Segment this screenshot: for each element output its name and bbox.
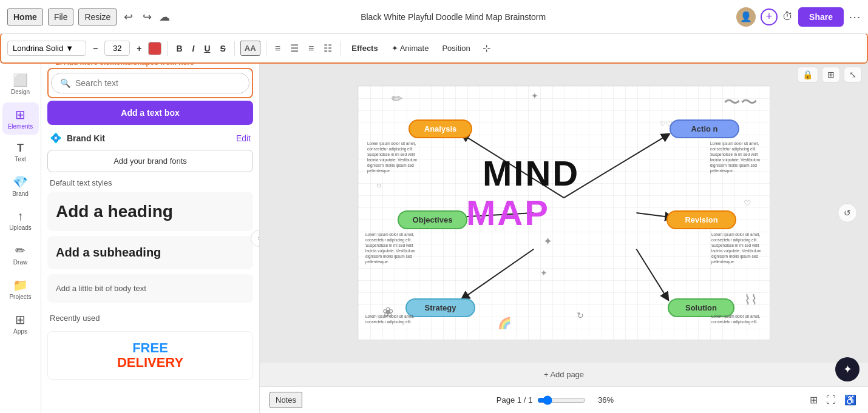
- text-styles-section: Add a heading Add a subheading Add a lit…: [41, 190, 259, 310]
- font-expand-icon: ▼: [66, 44, 73, 53]
- svg-line-5: [636, 249, 666, 298]
- animate-icon: ✦: [392, 44, 398, 53]
- document-title: Black White Playful Doodle Mind Map Brai…: [175, 12, 731, 22]
- position-button[interactable]: Position: [437, 42, 475, 55]
- strikethrough-button[interactable]: S: [217, 42, 229, 55]
- brand-kit-row: 💠 Brand Kit Edit: [41, 129, 259, 147]
- svg-line-4: [464, 249, 534, 298]
- doodle-sparkle3: ✦: [543, 235, 552, 248]
- text-icon: T: [17, 142, 24, 155]
- sidebar-label-apps: Apps: [13, 328, 27, 335]
- revision-node[interactable]: Revision: [666, 210, 736, 229]
- redo-button[interactable]: ↪: [140, 8, 154, 26]
- effects-button[interactable]: Effects: [347, 42, 382, 55]
- design-icon: ⬜: [13, 73, 28, 87]
- actio-node[interactable]: Actio n: [670, 119, 739, 138]
- doodle-circle: ○: [376, 180, 381, 190]
- add-brand-fonts-button[interactable]: Add your brand fonts: [47, 150, 253, 172]
- resize-button[interactable]: Resize: [78, 8, 117, 25]
- doodle-heart: ♡: [744, 198, 751, 208]
- separator-3: [266, 41, 266, 56]
- zoom-percentage: 36%: [591, 395, 614, 405]
- bottom-center: Page 1 / 1 36%: [497, 395, 614, 405]
- search-icon: 🔍: [60, 78, 70, 88]
- sidebar-item-projects[interactable]: 📁 Projects: [2, 273, 39, 305]
- aa-button[interactable]: AA: [240, 41, 260, 56]
- hint-label-2: 2. Add more elements/shapes from here: [53, 63, 197, 67]
- magic-assistant-button[interactable]: ✦: [835, 357, 860, 381]
- sidebar-label-elements: Elements: [8, 123, 33, 130]
- body-style-item[interactable]: Add a little bit of body text: [47, 274, 253, 303]
- expand-icon[interactable]: ⤡: [844, 67, 862, 82]
- undo-button[interactable]: ↩: [121, 8, 135, 26]
- add-text-box-button[interactable]: Add a text box: [47, 101, 253, 125]
- search-bar[interactable]: 🔍: [51, 73, 249, 93]
- toolbar-center: Black White Playful Doodle Mind Map Brai…: [175, 12, 731, 22]
- uploads-icon: ↑: [18, 209, 24, 223]
- recently-used-item[interactable]: FREE DELIVERY: [47, 331, 253, 380]
- objectives-node[interactable]: Objectives: [398, 210, 467, 229]
- sidebar-item-text[interactable]: T Text: [2, 137, 39, 167]
- doodle-wings: ⌇⌇: [744, 292, 758, 308]
- font-name-selector[interactable]: Londrina Solid ▼: [7, 41, 86, 56]
- font-toolbar-hint-border: [0, 33, 868, 64]
- add-page-button[interactable]: + Add page: [537, 368, 591, 381]
- share-button[interactable]: Share: [798, 7, 844, 27]
- mind-text: MIND: [483, 153, 580, 193]
- timer-icon[interactable]: ⏱: [782, 10, 793, 23]
- doodle-heart2: ♡♡: [659, 119, 673, 128]
- add-page-section: + Add page: [260, 363, 868, 386]
- add-collaborator-button[interactable]: +: [761, 8, 778, 25]
- mind-map: MIND MAP Analysis Lorem ipsum dolor sit …: [358, 86, 770, 340]
- font-increase-button[interactable]: +: [134, 42, 144, 55]
- notes-button[interactable]: Notes: [270, 392, 302, 408]
- brand-kit-edit-button[interactable]: Edit: [236, 133, 251, 143]
- sidebar-label-design: Design: [11, 89, 30, 95]
- zoom-slider[interactable]: [537, 395, 586, 405]
- brand-icon: 💎: [13, 175, 28, 189]
- sidebar-item-apps[interactable]: ⊞ Apps: [2, 307, 39, 340]
- font-color-picker[interactable]: [148, 42, 161, 55]
- accessibility-button[interactable]: ♿: [843, 392, 858, 408]
- sidebar-item-elements[interactable]: ⊞ Elements: [2, 102, 39, 135]
- search-input[interactable]: [75, 78, 240, 88]
- grid-view-button[interactable]: ⊞: [808, 392, 819, 408]
- align-right-button[interactable]: ≡: [305, 41, 317, 56]
- undo-canvas-button[interactable]: ↺: [838, 203, 857, 223]
- file-button[interactable]: File: [48, 8, 74, 25]
- canvas-container: 🔒 ⊞ ⤡: [260, 63, 868, 363]
- home-button[interactable]: Home: [7, 8, 43, 25]
- projects-icon: 📁: [13, 278, 28, 292]
- recently-used-label: Recently used: [41, 310, 259, 326]
- bottom-bar: Notes Page 1 / 1 36% ⊞ ⛶ ♿: [260, 386, 868, 413]
- analysis-node[interactable]: Analysis: [409, 119, 472, 138]
- texture-button[interactable]: ⊹: [479, 41, 494, 56]
- sidebar-item-draw[interactable]: ✏ Draw: [2, 238, 39, 270]
- align-left-button[interactable]: ≡: [272, 41, 283, 56]
- elements-icon: ⊞: [15, 107, 25, 122]
- more-options-button[interactable]: ⋯: [849, 10, 861, 24]
- fullscreen-button[interactable]: ⛶: [824, 393, 838, 408]
- bottom-right: ⊞ ⛶ ♿: [808, 392, 858, 408]
- bold-button[interactable]: B: [173, 42, 185, 55]
- sidebar-label-brand: Brand: [12, 190, 29, 197]
- sidebar-item-brand[interactable]: 💎 Brand: [2, 170, 39, 202]
- grid-icon[interactable]: ⊞: [822, 67, 840, 82]
- sidebar-item-design[interactable]: ⬜ Design: [2, 68, 39, 100]
- sidebar-item-uploads[interactable]: ↑ Uploads: [2, 204, 39, 236]
- align-center-button[interactable]: ☰: [287, 41, 302, 56]
- separator-2: [234, 41, 235, 56]
- font-decrease-button[interactable]: −: [90, 42, 101, 55]
- lock-icon[interactable]: 🔒: [797, 67, 818, 82]
- underline-button[interactable]: U: [201, 42, 213, 55]
- sidebar-label-draw: Draw: [13, 259, 27, 266]
- doodle-pencil: ✏: [392, 91, 402, 107]
- subheading-style-item[interactable]: Add a subheading: [47, 236, 253, 269]
- font-size-selector[interactable]: 32: [104, 41, 130, 56]
- doodle-sparkle2: ✦: [540, 268, 548, 278]
- list-button[interactable]: ☷: [320, 41, 335, 56]
- doodle-flower: ❀: [382, 304, 393, 320]
- italic-button[interactable]: I: [189, 42, 198, 55]
- animate-button[interactable]: ✦ Animate: [387, 42, 434, 55]
- heading-style-item[interactable]: Add a heading: [47, 192, 253, 231]
